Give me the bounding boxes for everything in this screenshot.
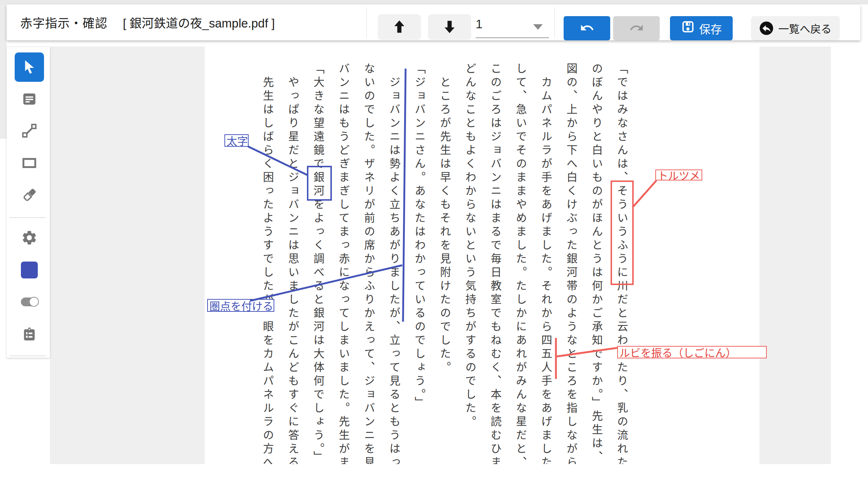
text-column: ないのでした。ザネリが前の席からふりかえって、ジョバンニを見てくすっとわら (356, 63, 381, 464)
annotation-box-red[interactable] (611, 180, 634, 285)
text-column: ところが先生は早くもそれを見附けたのでした。 (432, 63, 457, 464)
select-underline (476, 37, 549, 38)
page-number-value: 1 (476, 17, 483, 31)
text-column: ジョバンニは勢よく立ちあがりましたが、立って見るともうはっきりとそれを答 (381, 63, 407, 464)
text-column: このごろはジョバンニはまるで毎日教室でもねむく、本を読むひまも読む本もない (483, 63, 508, 464)
text-column: 図の、上から下へ白くけぶった銀河帯のようなところを指しながら、みんなに問を (558, 63, 584, 464)
rectangle-tool-button[interactable] (15, 149, 44, 178)
polyline-icon (21, 123, 38, 141)
text-column: のぼんやりと白いものがほんとうは何かご承知ですか。」先生は、黒板に吊した大 (584, 63, 609, 464)
document-canvas[interactable]: 「ではみなさんは、そういうふうに川だと云われたり、乳の流れたあとだと云われのぼん… (50, 47, 831, 464)
save-floppy-icon (681, 20, 695, 37)
title-area: 赤字指示・確認 [ 銀河鉄道の夜_sample.pdf ] (20, 4, 275, 40)
pdf-page[interactable]: 「ではみなさんは、そういうふうに川だと云われたり、乳の流れたあとだと云われのぼん… (205, 47, 759, 464)
text-column: どんなこともよくわからないという気持ちがするのでした。 (457, 63, 483, 464)
undo-button[interactable] (564, 16, 610, 40)
back-label: 一覧へ戻る (778, 21, 831, 36)
window-top-strip (0, 0, 868, 4)
text-column: 「ジョバンニさん。あなたはわかっているのでしょう。」 (407, 63, 432, 464)
pointer-tool-button[interactable] (15, 52, 44, 82)
vertical-text-block: 「ではみなさんは、そういうふうに川だと云われたり、乳の流れたあとだと云われのぼん… (253, 63, 634, 464)
eraser-icon (21, 187, 38, 205)
numbered-list-tool-button[interactable] (15, 320, 44, 350)
annotation-box-blue[interactable] (307, 166, 332, 201)
page-down-button[interactable] (428, 14, 471, 40)
window-left-strip (0, 4, 7, 139)
annotation-label-blue[interactable]: 太字 (224, 134, 249, 147)
clipboard-list-icon (21, 326, 38, 344)
visibility-toggle[interactable] (21, 298, 38, 306)
page-up-button[interactable] (378, 14, 421, 40)
annotation-label-red[interactable]: トルツメ (655, 169, 702, 180)
arrow-up-icon (391, 19, 407, 36)
text-column: やっぱり星だとジョバンニは思いましたがこんどもすぐに答えることができませ (280, 63, 305, 464)
toggle-knob (29, 297, 39, 307)
note-text-icon (21, 91, 38, 109)
tool-sidebar (7, 47, 50, 358)
redo-icon (629, 21, 644, 36)
gear-icon (21, 229, 38, 247)
chevron-down-icon (533, 24, 543, 30)
text-column: 「大きな望遠鏡で銀河をよっく調べると銀河は大体何でしょう。」 (305, 63, 331, 464)
note-tool-button[interactable] (15, 85, 44, 114)
redo-button[interactable] (613, 16, 660, 40)
text-column: して、急いでそのままやめました。たしかにあれがみんな星だと、いつか雑誌で読 (508, 63, 533, 464)
save-label: 保存 (699, 20, 722, 37)
arrow-down-icon (442, 19, 458, 36)
settings-tool-button[interactable] (15, 223, 44, 253)
toolbar-separator (366, 7, 367, 38)
eraser-tool-button[interactable] (15, 181, 44, 210)
undo-icon (580, 21, 594, 36)
text-column: 先生はしばらく困ったようすでしたが、眼をカムパネルラの方へ向けて、 (255, 63, 280, 464)
polyline-tool-button[interactable] (15, 117, 44, 146)
annotation-label-red[interactable]: ルビを振る（しごにん） (617, 346, 767, 358)
toolbar: 赤字指示・確認 [ 銀河鉄道の夜_sample.pdf ] 1 (7, 4, 860, 40)
save-button[interactable]: 保存 (670, 16, 733, 40)
annotation-label-blue[interactable]: 圏点を付ける (207, 299, 274, 312)
text-column: バンニはもうどぎまぎしてまっ赤になってしまいました。先生がまた云いました。 (331, 63, 356, 464)
page-title: 赤字指示・確認 (20, 14, 107, 31)
back-to-list-button[interactable]: 一覧へ戻る (751, 16, 840, 40)
rectangle-icon (21, 154, 38, 172)
text-column: カムパネルラが手をあげました。それから四五人手をあげました。ジョバンニも (533, 63, 558, 464)
cursor-pointer-icon (21, 58, 38, 76)
sidebar-divider (10, 355, 46, 356)
sidebar-divider (10, 217, 46, 218)
reply-circle-icon (759, 21, 774, 36)
file-name: [ 銀河鉄道の夜_sample.pdf ] (123, 14, 275, 31)
page-number-select[interactable]: 1 (469, 12, 549, 38)
toolbar-separator (554, 7, 555, 38)
color-swatch-button[interactable] (21, 262, 38, 278)
